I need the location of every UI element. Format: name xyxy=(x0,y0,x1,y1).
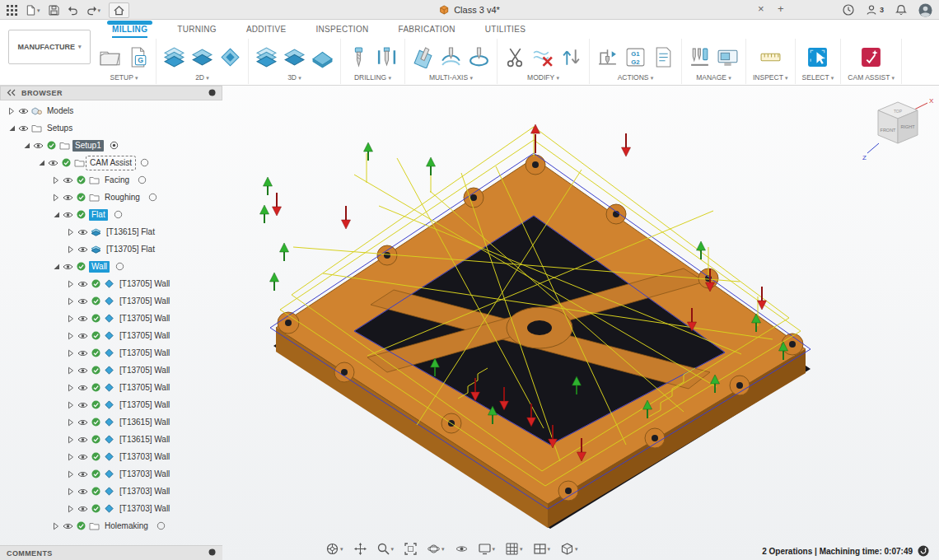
person-icon[interactable]: 3 xyxy=(866,4,884,16)
measure-icon[interactable] xyxy=(759,46,782,68)
tab-utilities[interactable]: UTILITIES xyxy=(470,20,540,38)
simulate-icon[interactable] xyxy=(596,46,619,68)
tab-additive[interactable]: ADDITIVE xyxy=(231,20,301,38)
nc-program-icon[interactable]: G xyxy=(127,46,149,68)
machining-status-icon[interactable] xyxy=(918,545,929,557)
tree-item[interactable]: [T13705] Wall xyxy=(2,275,222,292)
look-at-button[interactable] xyxy=(455,543,468,555)
redo-icon[interactable]: ▾ xyxy=(86,5,101,16)
clock-icon[interactable] xyxy=(843,4,854,16)
pocket-2d-icon[interactable] xyxy=(163,46,185,68)
toolbar-group-label[interactable]: ACTIONS ▾ xyxy=(618,73,654,82)
pan-button[interactable] xyxy=(354,543,367,555)
setup-sheet-icon[interactable] xyxy=(652,46,675,68)
toolbar-group-label[interactable]: MANAGE ▾ xyxy=(696,73,731,82)
tree-item[interactable]: [T13703] Wall xyxy=(2,483,222,500)
pocket-3d-icon[interactable] xyxy=(283,46,306,68)
flat-3d-icon[interactable] xyxy=(311,46,334,68)
tab-milling[interactable]: MILLING xyxy=(97,20,162,38)
setup-folder-icon[interactable] xyxy=(99,46,121,68)
tree-item[interactable]: [T13703] Wall xyxy=(2,500,222,517)
apps-grid-icon[interactable] xyxy=(7,5,17,16)
collapse-panel-icon[interactable] xyxy=(7,89,16,98)
delete-passes-icon[interactable] xyxy=(532,46,554,68)
tree-item[interactable]: Flat xyxy=(2,206,222,223)
check-icon xyxy=(91,314,101,323)
browser-options-dot-icon[interactable] xyxy=(208,89,216,98)
toolbar-group-label[interactable]: MODIFY ▾ xyxy=(527,73,559,82)
trim-icon[interactable] xyxy=(504,46,526,68)
viewport-canvas[interactable] xyxy=(222,86,939,560)
avatar-icon[interactable] xyxy=(918,3,932,17)
tree-item[interactable]: [T13615] Wall xyxy=(2,413,222,431)
close-document-button[interactable]: × xyxy=(758,2,764,15)
bore-icon[interactable] xyxy=(376,46,398,68)
tree-item[interactable]: [T13705] Wall xyxy=(2,344,222,362)
zoom-button[interactable]: ▾ xyxy=(377,543,395,555)
toolbar-group-label[interactable]: 3D ▾ xyxy=(287,73,301,82)
rotary-icon[interactable] xyxy=(468,46,490,68)
cam-assist-icon[interactable] xyxy=(860,46,882,68)
tree-item-label: [T13703] Wall xyxy=(117,451,172,463)
home-icon[interactable] xyxy=(109,2,129,18)
tree-item[interactable]: Holemaking xyxy=(2,517,222,534)
tool-library-icon[interactable] xyxy=(689,46,711,68)
orbit-button[interactable]: ▾ xyxy=(427,543,445,555)
tree-item[interactable]: [T13615] Wall xyxy=(2,431,222,448)
contour-2d-icon[interactable] xyxy=(191,46,213,68)
tree-item[interactable]: Models xyxy=(2,102,222,119)
fit-button[interactable] xyxy=(404,543,417,555)
tree-item[interactable]: CAM Assist xyxy=(2,154,222,171)
toolbar-group-label[interactable]: DRILLING ▾ xyxy=(354,73,391,82)
grid-display-button[interactable]: ▾ xyxy=(506,543,523,555)
face-2d-icon[interactable] xyxy=(219,46,241,68)
tree-item[interactable]: [T13703] Wall xyxy=(2,465,222,483)
tree-item[interactable]: Facing xyxy=(2,171,222,189)
view-cube[interactable]: X Z TOP FRONT RIGHT xyxy=(860,92,936,161)
tree-item[interactable]: [T13705] Wall xyxy=(2,327,222,344)
tree-item[interactable]: Roughing xyxy=(2,189,222,206)
navigation-wheel-button[interactable]: ▾ xyxy=(326,543,343,555)
toolbar-group-label[interactable]: SELECT ▾ xyxy=(802,73,834,82)
tree-item[interactable]: Setup1 xyxy=(2,137,222,154)
visual-style-button[interactable]: ▾ xyxy=(561,543,578,555)
tree-item[interactable]: [T13705] Wall xyxy=(2,310,222,327)
tree-item[interactable]: [T13705] Wall xyxy=(2,379,222,396)
workspace-selector[interactable]: MANUFACTURE▾ xyxy=(8,30,91,64)
toolbar-group-label[interactable]: SETUP ▾ xyxy=(110,73,138,82)
multi-contour-icon[interactable] xyxy=(440,46,462,68)
bell-icon[interactable] xyxy=(895,4,907,16)
tab-turning[interactable]: TURNING xyxy=(162,20,231,38)
tree-item[interactable]: Setups xyxy=(2,119,222,137)
tree-item[interactable]: [T13703] Wall xyxy=(2,448,222,465)
comments-bar[interactable]: COMMENTS xyxy=(0,545,222,560)
tree-item[interactable]: [T13705] Wall xyxy=(2,396,222,413)
tree-item[interactable]: [T13705] Wall xyxy=(2,292,222,310)
adaptive-3d-icon[interactable] xyxy=(255,46,278,68)
file-new-icon[interactable]: ▾ xyxy=(26,5,40,16)
toolbar-group-label[interactable]: 2D ▾ xyxy=(195,73,209,82)
save-icon[interactable] xyxy=(49,5,59,16)
link-edit-icon[interactable] xyxy=(560,46,582,68)
tree-item[interactable]: [T13615] Flat xyxy=(2,223,222,240)
viewports-button[interactable]: ▾ xyxy=(534,543,551,555)
tree-item-label: Facing xyxy=(102,175,132,186)
window-select-icon[interactable] xyxy=(806,46,829,68)
tab-inspection[interactable]: INSPECTION xyxy=(301,20,383,38)
document-tab[interactable]: Class 3 v4* xyxy=(439,0,500,20)
undo-icon[interactable] xyxy=(68,5,78,16)
tree-item[interactable]: [T13705] Flat xyxy=(2,240,222,258)
drill-icon[interactable] xyxy=(348,46,370,68)
toolbar-group-label[interactable]: MULTI-AXIS ▾ xyxy=(429,73,473,82)
new-document-button[interactable]: + xyxy=(778,2,784,15)
swarf-icon[interactable] xyxy=(412,46,434,68)
display-settings-button[interactable]: ▾ xyxy=(479,543,496,555)
tree-item[interactable]: Wall xyxy=(2,258,222,275)
machine-library-icon[interactable] xyxy=(717,46,739,68)
toolbar-group-label[interactable]: CAM ASSIST ▾ xyxy=(848,73,895,82)
toolbar-group-label[interactable]: INSPECT ▾ xyxy=(753,73,788,82)
comments-toggle-dot-icon[interactable] xyxy=(208,548,216,558)
post-process-icon[interactable]: G1G2 xyxy=(624,46,647,68)
tree-item[interactable]: [T13705] Wall xyxy=(2,362,222,379)
tab-fabrication[interactable]: FABRICATION xyxy=(384,20,470,38)
